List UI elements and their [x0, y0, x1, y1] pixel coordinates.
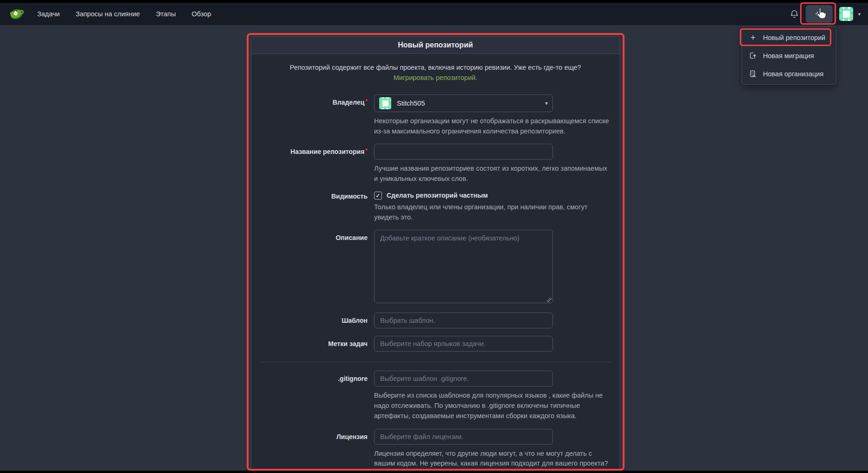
- repo-name-label: Название репозитория*: [259, 144, 374, 184]
- migrate-repository-link[interactable]: Мигрировать репозиторий.: [394, 74, 478, 81]
- organization-icon: [749, 70, 757, 78]
- gitignore-helper-text: Выберите из списка шаблонов для популярн…: [374, 391, 612, 421]
- navbar-links: Задачи Запросы на слияние Этапы Обзор: [37, 10, 211, 18]
- gitignore-label-text: .gitignore: [338, 375, 368, 382]
- form-title-text: Новый репозиторий: [398, 41, 473, 49]
- repo-name-label-text: Название репозитория: [290, 148, 364, 155]
- repo-name-input[interactable]: [374, 144, 553, 160]
- nav-item-milestones[interactable]: Этапы: [156, 10, 176, 18]
- license-row: Лицензия Лицензия определяет, что другие…: [259, 429, 612, 471]
- gitea-logo-icon[interactable]: [9, 7, 25, 21]
- navbar-right-controls: + ▾ ▾: [789, 5, 861, 23]
- menu-item-new-organization[interactable]: Новая организация: [742, 65, 836, 83]
- owner-avatar: [379, 97, 391, 109]
- private-checkbox-label[interactable]: Сделать репозиторий частным: [387, 192, 488, 199]
- chevron-down-icon: ▾: [545, 100, 548, 107]
- visibility-content: ✓ Сделать репозиторий частным Только вла…: [374, 192, 612, 223]
- visibility-label: Видимость: [259, 192, 374, 223]
- private-repo-checkbox[interactable]: ✓: [374, 192, 382, 200]
- menu-item-label: Новая организация: [763, 70, 823, 78]
- license-helper-text: Лицензия определяет, что другие люди мог…: [374, 449, 612, 471]
- template-input[interactable]: [374, 313, 553, 328]
- menu-item-new-migration[interactable]: Новая миграция: [742, 47, 836, 65]
- repo-name-content: Лучшие названия репозиториев состоят из …: [374, 144, 612, 184]
- section-divider: [259, 362, 612, 362]
- check-icon: ✓: [375, 192, 381, 199]
- issue-labels-label: Метки задач: [259, 336, 374, 352]
- migration-icon: [749, 52, 757, 60]
- issue-labels-input[interactable]: [374, 336, 553, 352]
- visibility-row: Видимость ✓ Сделать репозиторий частным …: [259, 192, 612, 223]
- menu-item-label: Новый репозиторий: [763, 34, 825, 41]
- issue-labels-row: Метки задач: [259, 336, 612, 352]
- form-body: Репозиторий содержит все файлы проекта, …: [251, 54, 619, 471]
- plus-icon: +: [749, 33, 757, 41]
- description-label-text: Описание: [335, 234, 368, 241]
- page-background: Новый репозиторий Репозиторий содержит в…: [0, 25, 868, 471]
- issue-labels-label-text: Метки задач: [328, 340, 368, 347]
- description-label: Описание: [259, 230, 374, 305]
- license-label-text: Лицензия: [336, 433, 368, 440]
- template-label-text: Шаблон: [342, 317, 368, 324]
- top-navbar: Задачи Запросы на слияние Этапы Обзор + …: [0, 3, 868, 25]
- user-menu-caret-icon[interactable]: ▾: [858, 11, 861, 17]
- description-content: [374, 230, 612, 305]
- license-content: Лицензия определяет, что другие люди мог…: [374, 429, 612, 471]
- repo-name-row: Название репозитория* Лучшие названия ре…: [259, 144, 612, 184]
- menu-item-label: Новая миграция: [763, 52, 814, 60]
- menu-item-new-repository[interactable]: + Новый репозиторий: [742, 28, 836, 47]
- nav-item-pull-requests[interactable]: Запросы на слияние: [76, 10, 140, 18]
- license-label: Лицензия: [259, 429, 374, 471]
- owner-select-dropdown[interactable]: Stitch505 ▾: [374, 94, 553, 112]
- issue-labels-content: [374, 336, 612, 352]
- private-checkbox-row: ✓ Сделать репозиторий частным: [374, 192, 612, 200]
- owner-selected-value: Stitch505: [397, 100, 425, 107]
- owner-row: Владелец*: [259, 94, 612, 137]
- gitignore-label: .gitignore: [259, 371, 374, 421]
- license-helper-main: Лицензия определяет, что другие люди мог…: [374, 450, 608, 471]
- create-new-dropdown-menu: + Новый репозиторий Новая миграция: [742, 27, 836, 85]
- template-row: Шаблон: [259, 313, 612, 328]
- gitignore-input[interactable]: [374, 371, 553, 386]
- required-asterisk: *: [365, 98, 368, 105]
- description-textarea[interactable]: [374, 230, 553, 303]
- form-intro: Репозиторий содержит все файлы проекта, …: [273, 62, 598, 83]
- notifications-bell-icon[interactable]: [789, 9, 799, 19]
- gitignore-content: Выберите из списка шаблонов для популярн…: [374, 371, 612, 421]
- new-repository-form: Новый репозиторий Репозиторий содержит в…: [251, 36, 620, 471]
- license-input[interactable]: [374, 429, 553, 445]
- owner-content: Stitch505 ▾ Некоторые организации могут …: [374, 94, 612, 137]
- nav-item-issues[interactable]: Задачи: [37, 10, 60, 18]
- chevron-down-icon: ▾: [822, 12, 824, 17]
- description-row: Описание: [259, 230, 612, 305]
- template-label: Шаблон: [259, 313, 374, 328]
- required-asterisk: *: [365, 147, 368, 154]
- visibility-helper-text: Только владелец или члены организации, п…: [374, 202, 612, 223]
- gitignore-row: .gitignore Выберите из списка шаблонов д…: [259, 371, 612, 421]
- intro-text: Репозиторий содержит все файлы проекта, …: [290, 64, 581, 71]
- create-new-button[interactable]: + ▾: [806, 5, 833, 23]
- template-content: [374, 313, 612, 328]
- nav-item-explore[interactable]: Обзор: [191, 10, 211, 18]
- user-avatar[interactable]: [839, 7, 853, 21]
- owner-label: Владелец*: [259, 94, 374, 137]
- owner-helper-text: Некоторые организации могут не отображат…: [374, 116, 612, 137]
- plus-icon: +: [815, 9, 820, 19]
- visibility-label-text: Видимость: [331, 193, 368, 200]
- repo-name-helper-text: Лучшие названия репозиториев состоят из …: [374, 164, 612, 184]
- form-title: Новый репозиторий: [251, 37, 619, 54]
- owner-label-text: Владелец: [333, 99, 365, 106]
- bottom-letterbox-bar: [0, 471, 868, 473]
